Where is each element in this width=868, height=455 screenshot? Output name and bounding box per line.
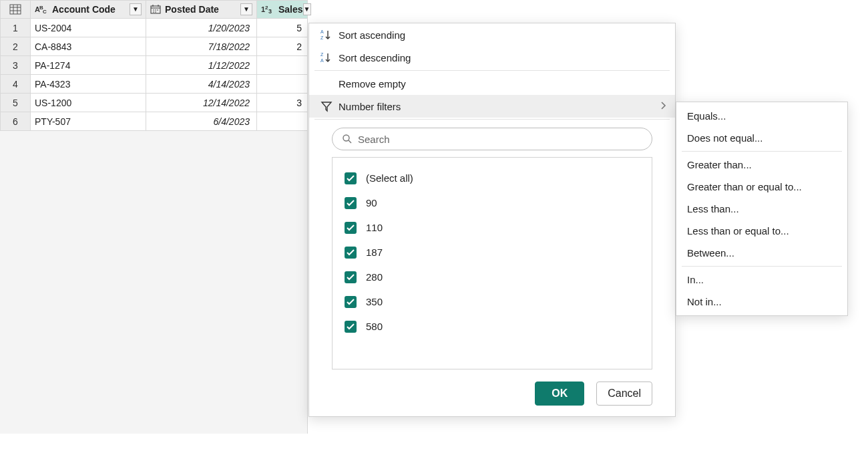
number-filters-item[interactable]: Number filters [309,95,675,118]
checkbox-checked-icon[interactable] [345,247,357,259]
cancel-button[interactable]: Cancel [596,382,652,406]
filter-value-label: 187 [366,247,383,258]
checkbox-checked-icon[interactable] [345,321,357,333]
filter-less-than[interactable]: Less than... [676,198,847,220]
cell-account-code[interactable]: US-2004 [31,19,146,37]
filter-icon [317,100,336,112]
filter-value-item[interactable]: 350 [333,289,652,314]
checkbox-checked-icon[interactable] [345,296,357,308]
svg-text:A: A [320,29,324,34]
filter-value-label: 280 [366,271,383,283]
cell-sales[interactable] [257,75,308,94]
svg-point-13 [155,9,156,11]
column-filter-dropdown: AZ Sort ascending ZA Sort descending Rem… [308,23,676,417]
cell-sales[interactable]: 2 [257,37,308,56]
svg-text:Z: Z [320,35,324,40]
filter-value-label: 90 [366,197,377,208]
svg-text:Z: Z [320,52,324,57]
cell-account-code[interactable]: PA-1274 [31,56,146,75]
filter-greater-than[interactable]: Greater than... [676,154,847,176]
cell-account-code[interactable]: CA-8843 [31,37,146,56]
cell-posted-date[interactable]: 6/4/2023 [146,112,257,131]
select-all-corner[interactable] [0,0,31,19]
checkbox-checked-icon[interactable] [345,172,357,184]
chevron-right-icon [660,101,667,112]
row-number[interactable]: 4 [0,75,31,94]
column-filter-toggle[interactable]: ▼ [240,3,252,15]
sort-ascending-item[interactable]: AZ Sort ascending [309,23,675,46]
svg-point-16 [155,11,156,13]
menu-label: Remove empty [339,78,406,90]
svg-point-12 [153,9,154,11]
filter-search-input[interactable]: Search [332,128,652,150]
ok-button[interactable]: OK [535,382,584,406]
filter-between[interactable]: Between... [676,242,847,264]
table-icon [10,5,21,14]
cell-posted-date[interactable]: 1/20/2023 [146,19,257,37]
svg-point-15 [153,11,154,13]
cell-account-code[interactable]: PA-4323 [31,75,146,94]
number-filters-submenu: Equals... Does not equal... Greater than… [676,102,848,316]
svg-marker-26 [322,102,331,111]
grid-empty-area [0,131,308,434]
filter-value-item[interactable]: 280 [333,265,652,289]
cell-sales[interactable]: 5 [257,19,308,37]
svg-rect-0 [10,5,21,14]
dialog-buttons: OK Cancel [309,382,652,406]
svg-text:A: A [320,58,324,63]
filter-less-than-or-equal[interactable]: Less than or equal to... [676,220,847,242]
cell-posted-date[interactable]: 4/14/2023 [146,75,257,94]
search-placeholder: Search [358,134,390,145]
column-header-posted-date[interactable]: Posted Date ▼ [146,0,257,19]
column-header-account-code[interactable]: ABC Account Code ▼ [31,0,146,19]
menu-label: Sort ascending [339,29,405,41]
filter-value-label: 350 [366,296,383,307]
cell-sales[interactable] [257,56,308,75]
filter-not-in[interactable]: Not in... [676,291,847,313]
svg-point-27 [343,135,349,141]
filter-value-item[interactable]: 580 [333,314,652,339]
number-type-icon: 123 [261,5,274,14]
cell-account-code[interactable]: US-1200 [31,94,146,112]
sort-descending-item[interactable]: ZA Sort descending [309,46,675,69]
filter-values-list: (Select all) 90 110 187 280 350 580 [332,157,652,369]
cell-account-code[interactable]: PTY-507 [31,112,146,131]
checkbox-checked-icon[interactable] [345,222,357,234]
cell-posted-date[interactable]: 7/18/2022 [146,37,257,56]
menu-label: Sort descending [339,52,411,63]
filter-greater-than-or-equal[interactable]: Greater than or equal to... [676,176,847,198]
row-number[interactable]: 2 [0,37,31,56]
filter-value-label: 110 [366,222,383,233]
svg-point-14 [157,9,158,11]
filter-does-not-equal[interactable]: Does not equal... [676,127,847,149]
cell-posted-date[interactable]: 12/14/2022 [146,94,257,112]
svg-text:C: C [43,9,47,15]
filter-value-item[interactable]: 110 [333,215,652,240]
cell-sales[interactable]: 3 [257,94,308,112]
column-header-sales[interactable]: 123 Sales ▼ [257,0,308,19]
column-label: Posted Date [165,0,219,19]
menu-separator [314,70,670,71]
row-number[interactable]: 5 [0,94,31,112]
filter-equals[interactable]: Equals... [676,105,847,127]
menu-separator [682,151,842,152]
menu-separator [314,119,670,120]
filter-value-item[interactable]: 187 [333,240,652,265]
checkbox-checked-icon[interactable] [345,271,357,283]
column-label: Sales [278,0,303,19]
filter-in[interactable]: In... [676,269,847,291]
column-filter-toggle[interactable]: ▼ [130,3,142,15]
row-number[interactable]: 3 [0,56,31,75]
sort-asc-icon: AZ [317,29,336,41]
row-number[interactable]: 6 [0,112,31,131]
filter-value-item[interactable]: 90 [333,190,652,215]
sort-desc-icon: ZA [317,51,336,63]
cell-sales[interactable] [257,112,308,131]
checkbox-checked-icon[interactable] [345,197,357,209]
filter-value-select-all[interactable]: (Select all) [333,166,652,190]
cell-posted-date[interactable]: 1/12/2022 [146,56,257,75]
row-number[interactable]: 1 [0,19,31,37]
remove-empty-item[interactable]: Remove empty [309,72,675,95]
text-type-icon: ABC [35,5,48,14]
column-filter-toggle[interactable]: ▼ [303,3,311,15]
